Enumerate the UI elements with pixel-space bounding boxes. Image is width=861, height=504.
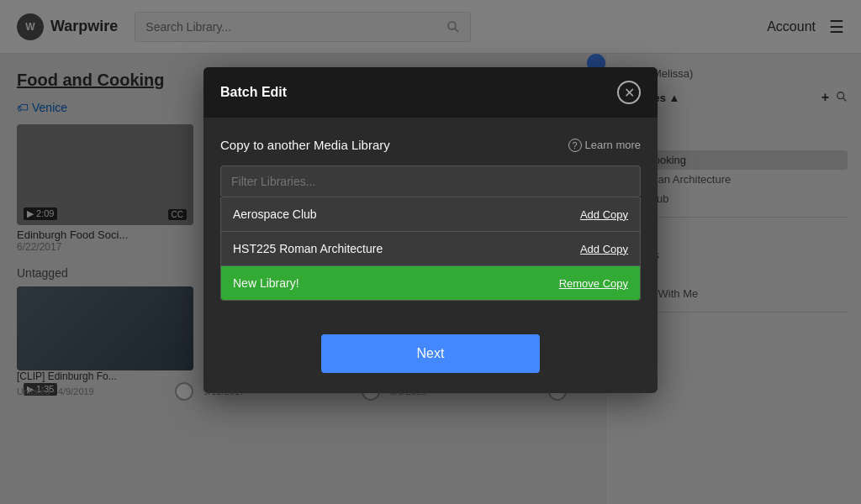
modal-section-title: Copy to another Media Library [220, 138, 390, 152]
add-copy-button-0[interactable]: Add Copy [580, 208, 628, 221]
modal-overlay: Batch Edit ✕ Copy to another Media Libra… [0, 0, 861, 504]
library-name-2: New Library! [233, 276, 299, 290]
next-button[interactable]: Next [321, 334, 540, 373]
modal-body: Copy to another Media Library ? Learn mo… [203, 118, 658, 321]
library-list: Aerospace Club Add Copy HST225 Roman Arc… [220, 197, 641, 301]
help-icon: ? [568, 139, 582, 152]
library-name-1: HST225 Roman Architecture [233, 242, 383, 255]
modal-title: Batch Edit [220, 85, 287, 100]
modal-close-button[interactable]: ✕ [617, 81, 641, 104]
modal-section-header: Copy to another Media Library ? Learn mo… [220, 138, 641, 152]
learn-more-text: Learn more [585, 139, 641, 151]
learn-more-link[interactable]: ? Learn more [568, 139, 641, 152]
modal-footer: Next [203, 321, 658, 393]
library-name-0: Aerospace Club [233, 207, 317, 221]
library-item-2: New Library! Remove Copy [221, 265, 640, 300]
library-item-1: HST225 Roman Architecture Add Copy [221, 231, 640, 265]
library-item-0: Aerospace Club Add Copy [221, 197, 640, 231]
add-copy-button-1[interactable]: Add Copy [580, 243, 628, 255]
modal-header: Batch Edit ✕ [203, 67, 658, 118]
filter-libraries-input[interactable] [220, 165, 641, 197]
batch-edit-modal: Batch Edit ✕ Copy to another Media Libra… [203, 67, 658, 393]
remove-copy-button-2[interactable]: Remove Copy [559, 277, 628, 290]
